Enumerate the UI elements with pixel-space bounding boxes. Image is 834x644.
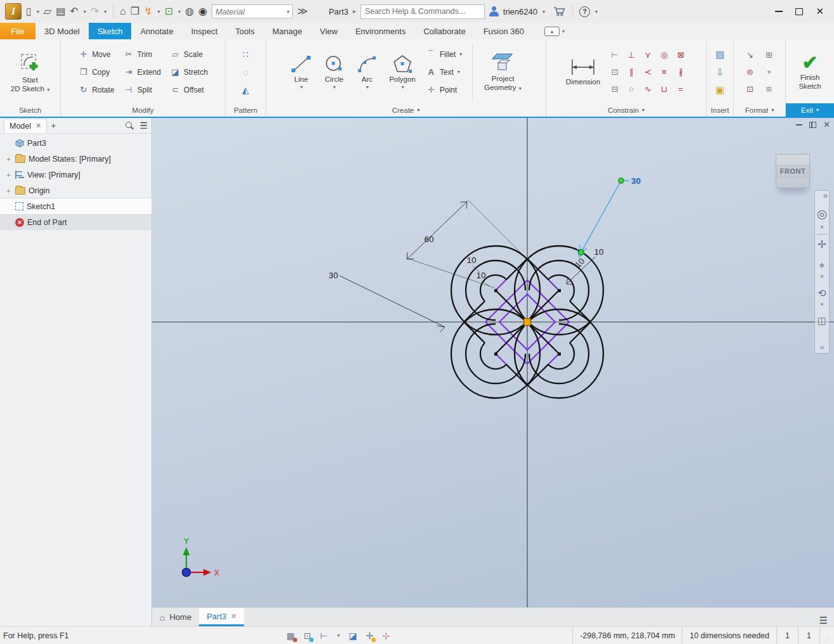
auto-dimension-icon[interactable]: ⊢ [611, 50, 618, 60]
tab-environments[interactable]: Environments [347, 23, 414, 39]
wheel-dropdown-icon[interactable]: ▾ [821, 223, 824, 231]
local-update-icon[interactable]: ↯ [144, 6, 152, 16]
graphics-canvas[interactable]: 60 30 10 10 10 10 [152, 118, 834, 607]
lock-constraint-icon[interactable]: ⊠ [677, 50, 684, 60]
fillet-button[interactable]: ⌒Fillet▾ [425, 49, 463, 60]
import-points-icon[interactable]: ⇩ [716, 67, 724, 78]
expand-icon[interactable]: + [5, 171, 12, 179]
symmetric-constraint-icon[interactable]: ⊔ [661, 84, 667, 94]
selected-dimension-r30[interactable]: 30 [577, 176, 641, 257]
insert-acad-icon[interactable]: ▣ [715, 84, 724, 96]
home-view-icon[interactable]: ⌂ [120, 6, 126, 16]
text-button[interactable]: AText▾ [425, 67, 463, 77]
dim-30-label[interactable]: 30 [328, 271, 338, 280]
doc-tab-part3[interactable]: Part3 ✕ [199, 608, 244, 626]
expand-icon[interactable]: + [5, 187, 12, 195]
perpendicular-constraint-icon[interactable]: ⊥ [627, 50, 634, 60]
save-icon[interactable]: ▤ [56, 6, 65, 16]
help-icon[interactable]: ? [579, 6, 590, 17]
exit-panel-dropdown-icon[interactable]: ▾ [816, 107, 819, 113]
snap-grid-icon[interactable]: ▦ [286, 631, 295, 641]
select-tool-icon[interactable]: ⊡ [165, 6, 173, 16]
slice-graphics-icon[interactable]: ◪ [349, 631, 357, 641]
link-parameters-icon[interactable]: ⊡ [747, 84, 754, 94]
update-dropdown-icon[interactable]: ▾ [158, 9, 160, 15]
navbar-close-icon[interactable]: ⊗ [823, 192, 828, 200]
undo-dropdown-icon[interactable]: ▾ [84, 9, 86, 15]
inventor-logo-icon[interactable]: I [5, 3, 22, 20]
split-button[interactable]: ⊣Split [122, 85, 162, 94]
dim-60-label[interactable]: 60 [424, 235, 433, 244]
viewcube-front-face[interactable]: FRONT [777, 165, 809, 177]
panel-label-exit[interactable]: Exit▾ [786, 103, 834, 117]
user-dropdown-icon[interactable]: ▾ [542, 9, 545, 15]
start-2d-sketch-button[interactable]: Start 2D Sketch ▾ [8, 49, 52, 95]
ribbon-appearance-icon[interactable]: ▲ [544, 27, 560, 36]
ribbon-display-toggle[interactable]: ▲ ▾ [544, 23, 565, 39]
browser-tab-close-icon[interactable]: ✕ [35, 122, 41, 130]
dim-30-selected-label[interactable]: 30 [631, 176, 641, 186]
dof-icon[interactable]: ✛ [366, 631, 373, 641]
dimension-display-icon[interactable]: ⊢ [320, 631, 328, 641]
offset-button[interactable]: ⊂Offset [169, 85, 209, 94]
show-constraints-icon[interactable]: ⊡ [612, 67, 619, 77]
copy-button[interactable]: ❐Copy [77, 67, 115, 77]
rotate-button[interactable]: ↻Rotate [77, 85, 115, 94]
tree-item-end-of-part[interactable]: ✕ End of Part [0, 214, 151, 230]
browser-add-tab-icon[interactable]: + [51, 120, 56, 131]
scale-button[interactable]: ▱Scale [169, 49, 209, 59]
line-button[interactable]: Line▾ [288, 53, 314, 91]
doc-minimize-icon[interactable] [796, 124, 802, 126]
smooth-constraint-icon[interactable]: ∿ [645, 84, 651, 94]
resize-grip[interactable]: ⋰ [819, 627, 834, 644]
mirror-icon[interactable]: ◭ [242, 85, 249, 95]
tree-item-part3[interactable]: Part3 [0, 135, 151, 151]
insert-image-icon[interactable]: ▨ [715, 49, 724, 60]
project-dropdown-icon[interactable]: ▾ [519, 86, 522, 91]
panel-label-modify[interactable]: Modify [61, 103, 225, 117]
material-combobox[interactable]: Material ▾ [212, 4, 293, 18]
arc-dropdown-icon[interactable]: ▾ [366, 84, 369, 90]
constrain-panel-dropdown-icon[interactable]: ▾ [642, 107, 645, 113]
dimension-grip-point[interactable] [619, 178, 624, 183]
open-file-icon[interactable]: ▱ [44, 6, 51, 16]
tree-item-view[interactable]: + View: [Primary] [0, 167, 151, 183]
centerline-format-icon[interactable]: ⊜ [747, 67, 754, 77]
look-at-icon[interactable]: ◫ [818, 314, 826, 328]
redo-dropdown-icon[interactable]: ▾ [104, 9, 106, 15]
viewcube[interactable]: FRONT [776, 154, 810, 188]
doc-restore-icon[interactable] [809, 122, 816, 128]
horizontal-constraint-icon[interactable]: ≡ [662, 67, 667, 77]
driven-dimension-icon[interactable]: ⊞ [766, 50, 773, 60]
parallel-constraint-icon[interactable]: ∥ [629, 67, 634, 77]
panel-label-format[interactable]: Format▾ [734, 103, 785, 117]
material-dropdown-icon[interactable]: ▾ [286, 9, 289, 15]
constraint-settings-icon[interactable]: ⊟ [612, 84, 619, 94]
collinear-constraint-icon[interactable]: ≺ [645, 67, 651, 77]
project-geometry-button[interactable]: Project Geometry ▾ [482, 51, 524, 94]
dimension-grip-point[interactable] [579, 250, 584, 255]
tab-view[interactable]: View [311, 23, 347, 39]
dimension-display-dropdown-icon[interactable]: ▾ [337, 633, 340, 638]
fillet-dropdown-icon[interactable]: ▾ [459, 51, 462, 57]
tab-manage[interactable]: Manage [264, 23, 311, 39]
expand-icon[interactable]: + [5, 155, 12, 163]
navbar-collapse-icon[interactable]: ⊖ [819, 344, 824, 352]
move-button[interactable]: ✛Move [77, 49, 115, 59]
browser-menu-icon[interactable]: ☰ [139, 120, 148, 131]
text-dropdown-icon[interactable]: ▾ [458, 69, 460, 75]
panel-label-pattern[interactable]: Pattern [226, 103, 266, 117]
tab-3d-model[interactable]: 3D Model [35, 23, 89, 39]
expand-toolbar-icon[interactable]: ≫ [297, 6, 308, 16]
tab-collaborate[interactable]: Collaborate [414, 23, 475, 39]
create-panel-dropdown-icon[interactable]: ▾ [417, 107, 420, 113]
zoom-window-icon[interactable]: ⌖ [819, 258, 824, 273]
relax-mode-icon[interactable]: ⊹ [382, 631, 390, 641]
doc-tab-home[interactable]: ⌂ Home [152, 608, 199, 626]
extend-button[interactable]: ⇥Extend [122, 67, 162, 77]
origin-point[interactable] [524, 319, 531, 326]
vertical-constraint-icon[interactable]: ∦ [679, 67, 683, 77]
arc-button[interactable]: Arc▾ [354, 53, 380, 91]
point-button[interactable]: ✛Point [425, 85, 463, 94]
start-sketch-dropdown-icon[interactable]: ▾ [47, 87, 49, 93]
